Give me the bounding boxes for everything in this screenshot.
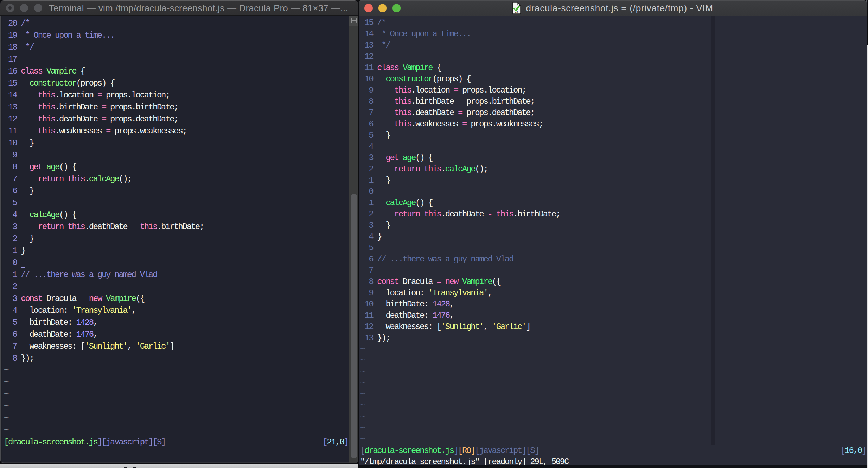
- svg-text:JS: JS: [515, 10, 518, 13]
